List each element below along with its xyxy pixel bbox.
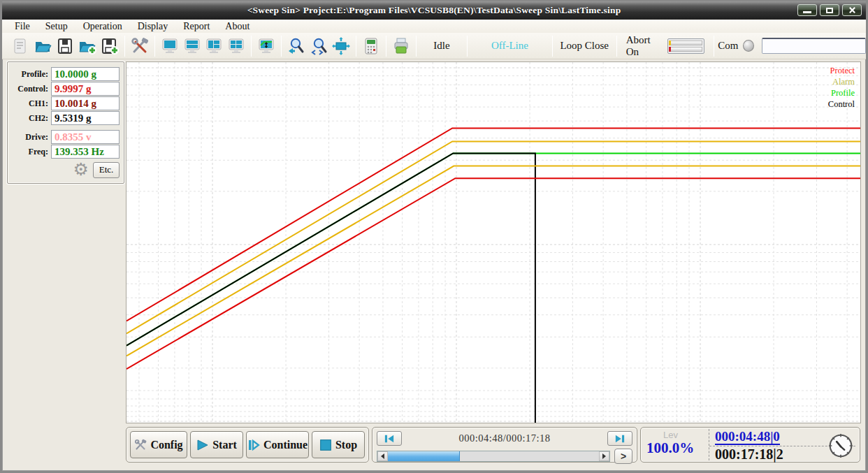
freq-label: Freq: <box>10 147 51 157</box>
legend-item-profile: Profile <box>828 87 855 99</box>
freq-value: 139.353 Hz <box>51 145 120 159</box>
config-button-label: Config <box>150 439 182 451</box>
meter-row-freq: Freq: 139.353 Hz <box>10 145 120 159</box>
window-title: <Sweep Sin> Project:E:\Program Files\VCS… <box>247 5 621 16</box>
skip-forward-button[interactable] <box>607 431 632 446</box>
monitor-scale-icon <box>257 37 275 55</box>
start-button-label: Start <box>212 439 237 451</box>
transport-row-top: 000:04:48/000:17:18 <box>377 430 632 446</box>
com-message-field[interactable] <box>762 38 866 54</box>
zoom-back-button[interactable] <box>285 36 308 57</box>
abort-level-meter <box>667 38 704 54</box>
control-value: 9.9997 g <box>51 82 120 96</box>
abort-alarm-tick <box>669 47 671 52</box>
menu-display[interactable]: Display <box>138 21 168 32</box>
skip-back-button[interactable] <box>377 431 402 446</box>
level-column: Lev 100.0% <box>645 429 709 460</box>
app-window: <Sweep Sin> Project:E:\Program Files\VCS… <box>0 0 868 473</box>
legend-item-protect: Protect <box>828 65 855 76</box>
toolbar-separator <box>281 36 282 57</box>
save-button[interactable] <box>54 36 76 57</box>
meters-panel: Profile: 10.0000 g Control: 9.9997 g CH1… <box>7 61 124 184</box>
clock-widget[interactable] <box>827 432 854 462</box>
gear-icon[interactable]: ⚙ <box>73 161 89 179</box>
meter-row-control: Control: 9.9997 g <box>10 82 120 96</box>
maximize-icon <box>826 8 833 13</box>
control-buttons-group: Config Start Continue Stop <box>126 427 369 463</box>
etc-button[interactable]: Etc. <box>93 162 120 178</box>
control-label: Control: <box>10 84 51 94</box>
save-as-button[interactable] <box>99 36 121 57</box>
tools-button[interactable] <box>129 36 151 57</box>
new-button[interactable] <box>9 36 31 57</box>
drive-label: Drive: <box>10 132 51 143</box>
full-scale-button[interactable] <box>330 36 352 57</box>
toolbar-separator <box>356 36 356 57</box>
open-add-button[interactable] <box>76 36 99 57</box>
scrollbar-track[interactable] <box>388 451 599 461</box>
scroll-left-button[interactable] <box>377 451 388 461</box>
abort-warn-tick <box>669 41 671 45</box>
open-button[interactable] <box>31 36 54 57</box>
toolbar-separator <box>416 36 417 57</box>
save-plus-icon <box>101 37 119 55</box>
skip-forward-icon <box>614 434 626 444</box>
layout-two-rows-button[interactable] <box>181 36 203 57</box>
menu-file[interactable]: File <box>15 21 30 32</box>
abort-bar-upper <box>670 41 702 45</box>
continue-button[interactable]: Continue <box>246 431 309 458</box>
minimize-button[interactable] <box>797 4 817 16</box>
ch1-value: 10.0014 g <box>51 96 120 110</box>
printer-icon <box>392 37 410 55</box>
stop-button-label: Stop <box>335 439 357 451</box>
menu-about[interactable]: About <box>225 21 249 32</box>
zoom-select-button[interactable] <box>308 36 330 57</box>
abort-on-label: Abort On <box>626 34 664 58</box>
meter-row-ch2: CH2: 9.5319 g <box>10 111 120 125</box>
toolbar-separator <box>251 36 252 57</box>
abort-bar-lower <box>670 47 702 52</box>
toolbar-separator <box>386 36 386 57</box>
monitor-single-icon <box>161 37 179 55</box>
status-connection: Off-Line <box>471 40 549 52</box>
stop-icon <box>319 439 332 451</box>
start-button[interactable]: Start <box>190 431 243 458</box>
menu-operation[interactable]: Operation <box>83 21 122 32</box>
elapsed-time: 000:04:48|0 <box>715 429 780 445</box>
play-icon <box>196 439 209 451</box>
close-button[interactable] <box>842 4 862 16</box>
monitor-two-rows-icon <box>183 37 201 55</box>
auto-scale-button[interactable] <box>255 36 277 57</box>
maximize-button[interactable] <box>820 4 839 16</box>
com-status-led <box>743 40 754 52</box>
layout-four-button[interactable] <box>225 36 247 57</box>
series-alarm-lower <box>126 166 860 356</box>
continue-button-label: Continue <box>263 439 308 451</box>
layout-left-two-button[interactable] <box>203 36 226 57</box>
sweep-chart[interactable]: ProtectAlarmProfileControl <box>126 61 861 423</box>
layout-single-button[interactable] <box>159 36 181 57</box>
legend-item-alarm: Alarm <box>828 76 855 87</box>
scroll-right-button[interactable] <box>599 451 609 461</box>
title-bar[interactable]: <Sweep Sin> Project:E:\Program Files\VCS… <box>2 1 866 20</box>
meter-row-profile: Profile: 10.0000 g <box>10 67 120 81</box>
meter-row-drive: Drive: 0.8355 v <box>10 130 120 144</box>
open-folder-plus-icon <box>78 37 96 55</box>
config-button[interactable]: Config <box>130 431 187 458</box>
scrollbar-fill[interactable] <box>388 451 460 461</box>
progress-scrollbar[interactable] <box>377 451 610 462</box>
next-button[interactable]: > <box>614 449 632 464</box>
toolbar-separator <box>552 36 553 57</box>
calculator-button[interactable] <box>360 36 382 57</box>
menu-report[interactable]: Report <box>183 21 210 32</box>
tools-icon <box>131 37 149 55</box>
profile-value: 10.0000 g <box>51 67 120 81</box>
toolbar-separator <box>714 36 714 57</box>
status-loop-mode: Loop Close <box>556 40 613 52</box>
new-document-icon <box>11 37 29 55</box>
time-progress-display: 000:04:48/000:17:18 <box>458 432 550 444</box>
print-button[interactable] <box>390 36 412 57</box>
toolbar-separator <box>154 36 155 57</box>
stop-button[interactable]: Stop <box>312 431 365 458</box>
menu-setup[interactable]: Setup <box>45 21 68 32</box>
